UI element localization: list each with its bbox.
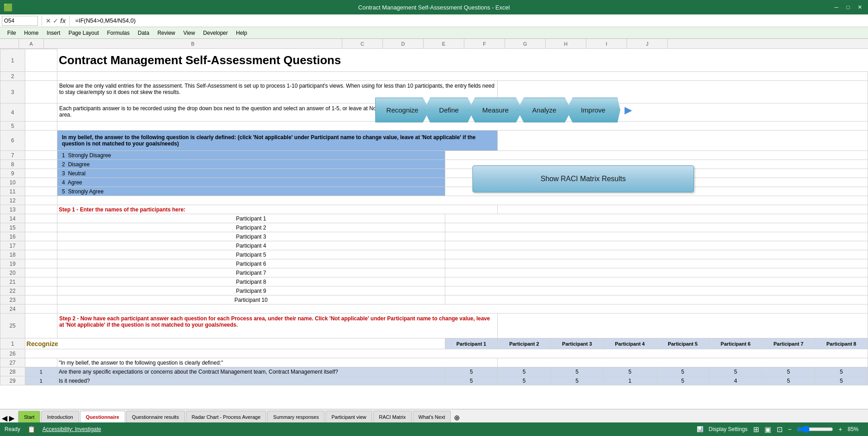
cell-b13[interactable]: Step 1 - Enter the names of the particip… — [57, 205, 498, 214]
cell-c20[interactable] — [445, 268, 868, 277]
maximize-button[interactable]: □ — [844, 3, 853, 12]
cell-a4[interactable] — [25, 103, 57, 122]
cell-h25b[interactable]: Participant 6 — [709, 338, 762, 349]
tab-whats-next[interactable]: What's Next — [413, 411, 451, 422]
cell-j28[interactable]: 5 — [815, 367, 868, 376]
cell-b1[interactable]: Contract Management Self-Assessment Ques… — [57, 49, 868, 72]
display-settings-icon[interactable]: 📊 — [697, 426, 703, 432]
name-box[interactable] — [2, 16, 38, 26]
cell-b9[interactable]: 3 Neutral — [57, 169, 445, 178]
cell-c7[interactable] — [445, 151, 868, 160]
cell-a12[interactable] — [25, 196, 57, 205]
cell-a7[interactable] — [25, 151, 57, 160]
cell-c23[interactable] — [445, 295, 868, 305]
zoom-percent[interactable]: 85% — [848, 426, 863, 432]
ribbon-tab-developer[interactable]: Developer — [199, 28, 231, 38]
cell-b11[interactable]: 5 Strongly Agree — [57, 187, 445, 196]
ribbon-tab-review[interactable]: Review — [154, 28, 179, 38]
col-header-c[interactable]: C — [342, 39, 383, 48]
col-header-b[interactable]: B — [44, 39, 342, 48]
tab-introduction[interactable]: Introduction — [41, 411, 79, 422]
tab-questionnaire[interactable]: Questionnaire — [80, 411, 125, 422]
cell-c25b[interactable]: Participant 1 — [445, 338, 498, 349]
formula-input[interactable] — [73, 16, 866, 26]
ribbon-tab-insert[interactable]: Insert — [43, 28, 64, 38]
ribbon-tab-data[interactable]: Data — [134, 28, 153, 38]
cell-a6[interactable] — [25, 131, 57, 151]
process-btn-analyze[interactable]: Analyze — [517, 98, 571, 122]
cell-b25[interactable]: Step 2 - Now have each participant answe… — [57, 314, 498, 338]
cell-e25b[interactable]: Participant 3 — [551, 338, 604, 349]
cell-f28[interactable]: 5 — [604, 367, 656, 376]
ribbon-tab-home[interactable]: Home — [20, 28, 42, 38]
cell-a23[interactable] — [25, 295, 57, 305]
cell-f29[interactable]: 1 — [604, 376, 656, 385]
cell-c19[interactable] — [445, 259, 868, 268]
ribbon-tab-view[interactable]: View — [180, 28, 199, 38]
cell-b20[interactable]: Participant 7 — [57, 268, 445, 277]
minimize-button[interactable]: ─ — [832, 3, 841, 12]
col-header-e[interactable]: E — [424, 39, 464, 48]
cell-c15[interactable] — [445, 223, 868, 232]
view-layout-icon[interactable]: ▣ — [764, 425, 771, 434]
cell-b6[interactable]: In my belief, the answer to the followin… — [57, 131, 498, 151]
cell-c22[interactable] — [445, 286, 868, 295]
view-break-icon[interactable]: ⊡ — [777, 425, 783, 434]
cell-c18[interactable] — [445, 250, 868, 259]
cell-a22[interactable] — [25, 286, 57, 295]
cell-b23[interactable]: Participant 10 — [57, 295, 445, 305]
cell-a16[interactable] — [25, 232, 57, 241]
cell-a8[interactable] — [25, 160, 57, 169]
cell-j29[interactable]: 5 — [815, 376, 868, 385]
cell-b17[interactable]: Participant 4 — [57, 241, 445, 250]
cell-a3[interactable] — [25, 81, 57, 103]
cell-b2[interactable] — [57, 72, 868, 81]
process-btn-define[interactable]: Define — [424, 98, 474, 122]
function-icon[interactable]: fx — [60, 17, 66, 24]
tab-raci-matrix[interactable]: RACI Matrix — [373, 411, 411, 422]
tab-participant-view[interactable]: Participant view — [326, 411, 372, 422]
cell-c28[interactable]: 5 — [445, 367, 498, 376]
cell-b24[interactable] — [57, 305, 868, 314]
cell-i28[interactable]: 5 — [762, 367, 815, 376]
cell-g29[interactable]: 5 — [656, 376, 709, 385]
cell-b26[interactable] — [25, 349, 868, 358]
cell-a2[interactable] — [25, 72, 57, 81]
cell-a11[interactable] — [25, 187, 57, 196]
display-settings-text[interactable]: Display Settings — [709, 426, 748, 432]
cell-a21[interactable] — [25, 277, 57, 286]
cell-e29[interactable]: 5 — [551, 376, 604, 385]
cell-b19[interactable]: Participant 6 — [57, 259, 445, 268]
cell-a9[interactable] — [25, 169, 57, 178]
cell-a14[interactable] — [25, 214, 57, 223]
tab-nav-left[interactable]: ◀ — [2, 414, 7, 422]
cell-c14[interactable] — [445, 214, 868, 223]
tab-nav-right[interactable]: ▶ — [9, 414, 14, 422]
cell-a17[interactable] — [25, 241, 57, 250]
ribbon-tab-page-layout[interactable]: Page Layout — [65, 28, 102, 38]
cell-b16[interactable]: Participant 3 — [57, 232, 445, 241]
cell-b22[interactable]: Participant 9 — [57, 286, 445, 295]
raci-matrix-button[interactable]: Show RACI Matrix Results — [472, 165, 694, 192]
cell-b18[interactable]: Participant 5 — [57, 250, 445, 259]
cell-b5[interactable] — [57, 122, 868, 131]
cell-b8[interactable]: 2 Disagree — [57, 160, 445, 169]
zoom-plus[interactable]: + — [839, 426, 842, 433]
cell-b29[interactable]: Is it needed? — [57, 376, 445, 385]
col-header-j[interactable]: J — [627, 39, 668, 48]
cell-b21[interactable]: Participant 8 — [57, 277, 445, 286]
cell-a24[interactable] — [25, 305, 57, 314]
process-btn-improve[interactable]: Improve — [566, 98, 620, 122]
cell-g25b[interactable]: Participant 5 — [656, 338, 709, 349]
col-header-a[interactable]: A — [19, 39, 44, 48]
cell-a28[interactable]: 1 — [25, 367, 57, 376]
col-header-i[interactable]: I — [586, 39, 627, 48]
cell-a19[interactable] — [25, 259, 57, 268]
view-normal-icon[interactable]: ⊞ — [753, 425, 759, 434]
cell-b14[interactable]: Participant 1 — [57, 214, 445, 223]
cell-d28[interactable]: 5 — [498, 367, 551, 376]
cell-a13[interactable] — [25, 205, 57, 214]
ribbon-tab-formulas[interactable]: Formulas — [104, 28, 133, 38]
cell-a1[interactable] — [25, 49, 57, 72]
cell-b15[interactable]: Participant 2 — [57, 223, 445, 232]
